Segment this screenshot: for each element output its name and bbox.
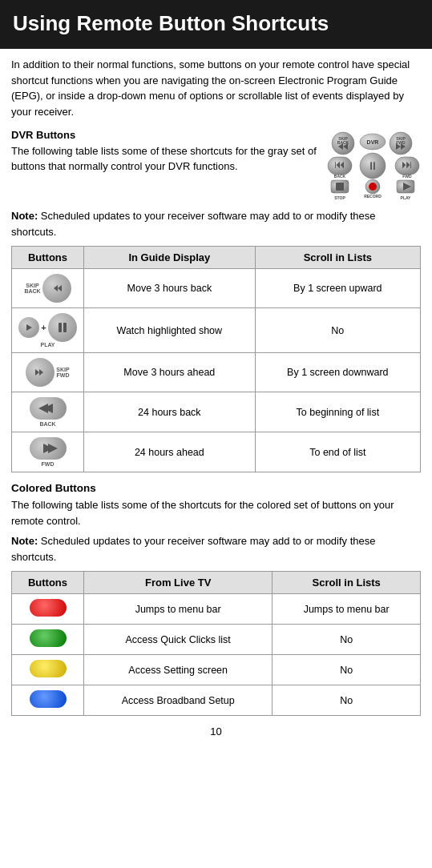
header-title: Using Remote Button Shortcuts <box>13 11 329 35</box>
remote-svg: SKIP BACK DVR SKIP FWD <box>325 127 421 199</box>
dvr-col-scroll: Scroll in Lists <box>255 247 420 269</box>
skipfwd-icon: SKIPFWD <box>26 358 69 387</box>
red-scroll: Jumps to menu bar <box>273 594 421 625</box>
playpause-scroll: No <box>255 308 420 353</box>
btn-cell-back: BACK <box>12 392 84 432</box>
table-row: + PLAY Watch highlighted show No <box>12 308 421 353</box>
svg-text:⏮: ⏮ <box>334 158 345 171</box>
yellow-scroll: No <box>273 655 421 685</box>
page-header: Using Remote Button Shortcuts <box>0 0 432 49</box>
svg-text:DVR: DVR <box>367 139 379 145</box>
back-button <box>30 397 67 420</box>
green-live: Access Quick Clicks list <box>84 625 273 655</box>
svg-rect-25 <box>63 323 67 332</box>
play-button-sm <box>18 317 39 338</box>
playpause-combo: + <box>18 313 77 342</box>
btn-cell-skipback: SKIPBACK <box>12 269 84 308</box>
btn-cell-blue <box>12 685 84 716</box>
skipback-icon: SKIPBACK <box>24 274 71 303</box>
table-row: SKIPBACK Move 3 hours back By 1 screen u… <box>12 269 421 308</box>
table-row: Access Setting screen No <box>12 655 421 685</box>
svg-text:FWD: FWD <box>402 174 412 179</box>
colored-table: Buttons From Live TV Scroll in Lists Jum… <box>11 571 421 716</box>
blue-button <box>30 690 67 708</box>
intro-paragraph: In addition to their normal functions, s… <box>11 57 421 119</box>
table-row: Jumps to menu bar Jumps to menu bar <box>12 594 421 625</box>
svg-text:⏭: ⏭ <box>402 158 413 171</box>
table-row: Access Broadband Setup No <box>12 685 421 716</box>
colored-note: Note: Scheduled updates to your receiver… <box>11 533 421 565</box>
skipfwd-scroll: By 1 screen downward <box>255 353 420 392</box>
dvr-note-text: Scheduled updates to your receiver softw… <box>11 210 376 238</box>
table-row: BACK 24 hours back To beginning of list <box>12 392 421 432</box>
skipback-scroll: By 1 screen upward <box>255 269 420 308</box>
back-scroll: To beginning of list <box>255 392 420 432</box>
svg-rect-17 <box>336 183 344 191</box>
colored-section-title: Colored Buttons <box>11 482 421 494</box>
svg-text:STOP: STOP <box>334 195 345 199</box>
btn-cell-red <box>12 594 84 625</box>
svg-text:RECORD: RECORD <box>364 194 382 199</box>
btn-cell-playpause: + PLAY <box>12 308 84 353</box>
btn-cell-green <box>12 625 84 655</box>
svg-rect-24 <box>59 323 62 332</box>
dvr-section-title: DVR Buttons <box>11 129 75 141</box>
yellow-live: Access Setting screen <box>84 655 273 685</box>
colored-col-scroll: Scroll in Lists <box>273 572 421 594</box>
green-button <box>30 629 67 647</box>
skipfwd-button <box>26 358 55 387</box>
fwd-guide: 24 hours ahead <box>84 432 256 472</box>
remote-illustration: SKIP BACK DVR SKIP FWD <box>325 127 421 202</box>
back-icon: BACK <box>30 397 67 427</box>
btn-cell-skipfwd: SKIPFWD <box>12 353 84 392</box>
dvr-table: Buttons In Guide Display Scroll in Lists… <box>11 246 421 472</box>
fwd-scroll: To end of list <box>255 432 420 472</box>
colored-col-live: From Live TV <box>84 572 273 594</box>
colored-col-buttons: Buttons <box>12 572 84 594</box>
back-guide: 24 hours back <box>84 392 256 432</box>
play-label: PLAY <box>18 342 77 348</box>
fwd-icon: FWD <box>30 437 67 467</box>
yellow-button <box>30 660 67 677</box>
page-number: 10 <box>11 725 421 737</box>
svg-text:PLAY: PLAY <box>401 195 412 199</box>
svg-point-20 <box>369 183 377 191</box>
green-scroll: No <box>273 625 421 655</box>
blue-scroll: No <box>273 685 421 716</box>
table-row: SKIPFWD Move 3 hours ahead By 1 screen d… <box>12 353 421 392</box>
btn-cell-yellow <box>12 655 84 685</box>
skipback-button <box>42 274 71 303</box>
svg-text:BACK: BACK <box>334 174 346 179</box>
dvr-section: DVR Buttons The following table lists so… <box>11 127 421 202</box>
btn-cell-fwd: FWD <box>12 432 84 472</box>
pause-button <box>48 313 77 342</box>
dvr-description: DVR Buttons The following table lists so… <box>11 127 317 175</box>
playpause-guide: Watch highlighted show <box>84 308 256 353</box>
blue-live: Access Broadband Setup <box>84 685 273 716</box>
colored-section-desc: The following table lists some of the sh… <box>11 497 421 528</box>
skipfwd-guide: Move 3 hours ahead <box>84 353 256 392</box>
red-button <box>30 599 67 617</box>
fwd-button <box>30 437 67 460</box>
dvr-note: Note: Scheduled updates to your receiver… <box>11 208 421 239</box>
main-content: In addition to their normal functions, s… <box>0 49 432 750</box>
dvr-section-desc: The following table lists some of these … <box>11 145 317 173</box>
svg-text:⏸: ⏸ <box>367 159 378 172</box>
red-live: Jumps to menu bar <box>84 594 273 625</box>
table-row: FWD 24 hours ahead To end of list <box>12 432 421 472</box>
skipback-guide: Move 3 hours back <box>84 269 256 308</box>
table-row: Access Quick Clicks list No <box>12 625 421 655</box>
colored-note-text: Scheduled updates to your receiver softw… <box>11 535 376 563</box>
dvr-col-buttons: Buttons <box>12 247 84 269</box>
dvr-col-guide: In Guide Display <box>84 247 256 269</box>
